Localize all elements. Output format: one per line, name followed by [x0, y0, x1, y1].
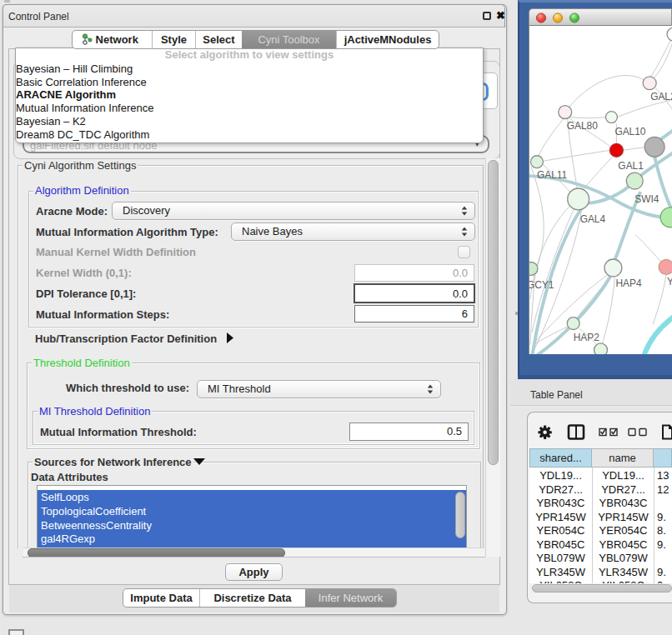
- svg-text:GAL10: GAL10: [614, 126, 645, 138]
- svg-text:GAL80: GAL80: [567, 120, 598, 132]
- svg-text:GAL1: GAL1: [618, 160, 644, 172]
- svg-text:HAP2: HAP2: [574, 332, 600, 343]
- svg-text:GAL11: GAL11: [537, 169, 568, 181]
- svg-text:SWI4: SWI4: [634, 193, 659, 205]
- svg-text:YJ: YJ: [667, 276, 672, 288]
- svg-text:HAP4: HAP4: [615, 278, 642, 289]
- svg-text:GAL4: GAL4: [580, 213, 606, 225]
- svg-text:GAL2: GAL2: [650, 91, 672, 102]
- svg-text:GCY1: GCY1: [529, 279, 554, 291]
